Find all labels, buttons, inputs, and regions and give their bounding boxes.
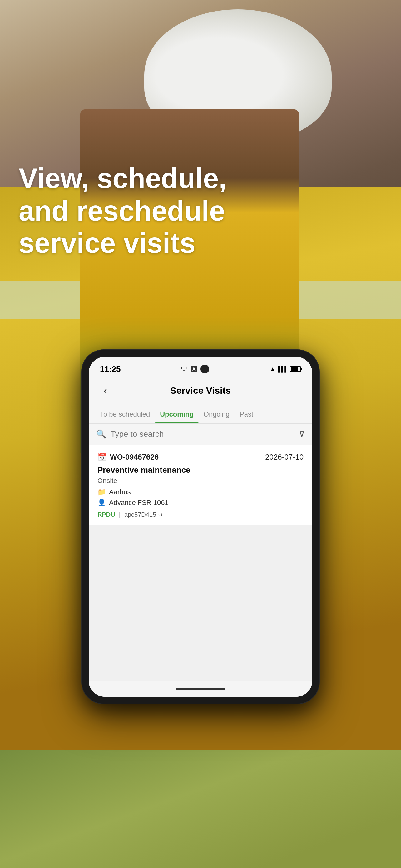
tab-past[interactable]: Past [235,404,258,423]
tab-ongoing[interactable]: Ongoing [199,404,235,423]
search-bar: 🔍 ⊽ [89,424,312,445]
calendar-icon: 📅 [97,453,107,462]
home-indicator[interactable] [89,681,312,697]
tab-to-be-scheduled[interactable]: To be scheduled [95,404,155,423]
wo-number: WO-09467626 [110,453,159,462]
app-header: ‹ Service Visits [89,379,312,404]
phone-outer-shell: 11:25 🛡 A ▲ ▌▌▌ ‹ S [82,350,319,704]
visit-date: 2026-07-10 [265,453,304,462]
tag-asset: apc57D415 ↺ [124,511,163,518]
visit-tags: RPDU | apc57D415 ↺ [97,511,304,518]
home-bar [175,688,226,690]
tag-primary: RPDU [97,511,115,518]
tab-upcoming[interactable]: Upcoming [155,404,199,423]
visit-card-header: 📅 WO-09467626 2026-07-10 [97,453,304,462]
back-button[interactable]: ‹ [98,383,113,398]
shield-icon: 🛡 [181,366,188,373]
status-center-icons: 🛡 A [181,365,209,373]
status-time: 11:25 [100,364,121,374]
phone-mockup: 11:25 🛡 A ▲ ▌▌▌ ‹ S [82,350,319,704]
filter-icon[interactable]: ⊽ [299,429,305,439]
tabs-container: To be scheduled Upcoming Ongoing Past [89,404,312,424]
tag-divider: | [119,511,121,518]
visit-mode: Onsite [97,477,304,485]
person-icon: 👤 [97,499,106,507]
camera-dot [201,365,209,373]
hero-headline: View, schedule, and reschedule service v… [19,163,226,259]
visit-location: Aarhus [109,488,131,496]
visit-engineer-row: 👤 Advance FSR 1061 [97,499,304,507]
search-input[interactable] [110,429,295,439]
visit-type: Preventive maintenance [97,465,304,475]
status-bar: 11:25 🛡 A ▲ ▌▌▌ [89,357,312,379]
a-icon: A [191,366,197,372]
visit-card[interactable]: 📅 WO-09467626 2026-07-10 Preventive main… [89,445,312,525]
wo-wrap: 📅 WO-09467626 [97,453,159,462]
phone-screen: 11:25 🛡 A ▲ ▌▌▌ ‹ S [89,357,312,697]
back-arrow-icon: ‹ [104,385,107,396]
recycle-icon: ↺ [158,512,163,518]
signal-icon: ▌▌▌ [278,366,287,372]
status-right-icons: ▲ ▌▌▌ [269,366,301,373]
visit-engineer: Advance FSR 1061 [109,499,169,507]
folder-icon: 📁 [97,488,106,496]
app-title: Service Visits [113,385,288,396]
battery-icon [290,366,301,372]
search-icon: 🔍 [96,429,106,439]
empty-content-area [89,525,312,681]
wifi-icon: ▲ [269,366,276,373]
visit-location-row: 📁 Aarhus [97,488,304,496]
hero-text: View, schedule, and reschedule service v… [19,162,237,260]
